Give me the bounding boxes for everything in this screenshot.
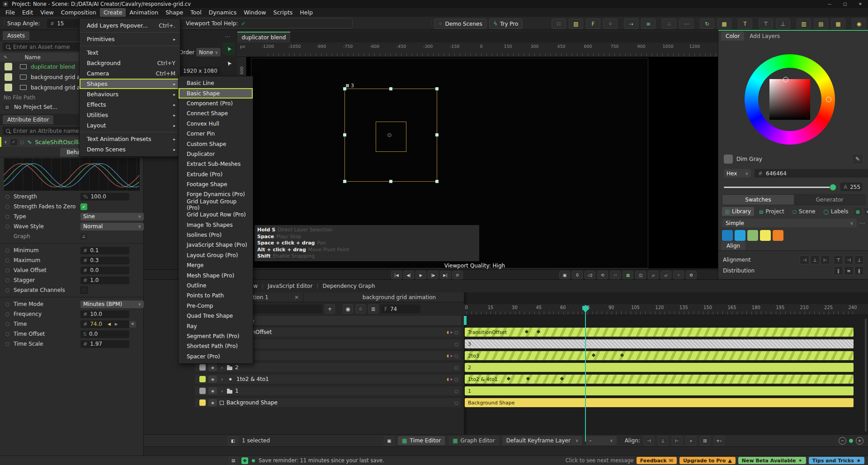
distribute-gap-button[interactable]: ∦ (854, 266, 864, 275)
menu-item[interactable]: Demo Scenes▸ (80, 144, 180, 155)
tab-add-layers[interactable]: Add Layers (745, 32, 784, 41)
isolate-icon[interactable]: ◉ (343, 304, 353, 314)
menu-bar-item[interactable]: View (37, 8, 57, 17)
pivot-icon[interactable]: ⊙ (387, 132, 392, 138)
submenu-item[interactable]: Isolines (Pro) (179, 230, 253, 240)
transport-button[interactable]: ⟳ (452, 271, 463, 279)
transport-button[interactable]: ▶ (415, 271, 426, 279)
grid-view-icon[interactable]: ▦ (853, 207, 862, 216)
type-dropdown[interactable]: Sine∨ (80, 213, 144, 221)
wave-style-dropdown[interactable]: Normal∨ (80, 223, 144, 230)
swatch-source-button[interactable]: ◯ Labels (821, 207, 852, 216)
demo-scenes-button[interactable]: ⁘ Demo Scenes (434, 19, 487, 29)
toolbar-icon-button[interactable]: ⊤ (759, 19, 773, 29)
submenu-item[interactable]: Quad Tree Shape (179, 311, 253, 321)
connect-dot[interactable] (5, 322, 9, 326)
viewport-tab[interactable]: duplicator blend (237, 32, 290, 42)
connect-dot[interactable] (5, 312, 9, 316)
viewport-option-button[interactable]: ◫ (635, 271, 646, 279)
toolbar-icon-button[interactable]: ◉ (852, 19, 866, 29)
playhead-marker[interactable] (582, 306, 589, 310)
eye-icon[interactable]: ◉ (208, 399, 217, 406)
fades-checkbox[interactable]: ✓ (80, 203, 87, 210)
new-beta-button[interactable]: New Beta Available✶ (738, 457, 806, 464)
distribute-v-button[interactable]: ≡ (844, 266, 854, 275)
stagger-field[interactable]: #1.0 (80, 277, 129, 284)
connect-dot[interactable] (5, 332, 9, 336)
menu-item[interactable]: Primitives▸ (80, 34, 180, 44)
panel-mode-icon[interactable]: ▣ (384, 436, 394, 446)
connect-dot[interactable] (5, 268, 9, 272)
menu-bar-item[interactable]: Shape (162, 8, 187, 17)
tab-javascript-editor[interactable]: JavaScript Editor (268, 283, 312, 289)
layout-grid-icon[interactable]: ▤ (229, 457, 238, 465)
toolbar-icon-button[interactable]: F (586, 19, 600, 29)
toolbar-icon-button[interactable]: ∷ (552, 19, 566, 29)
sv-marker[interactable] (783, 77, 788, 82)
menu-item[interactable]: Behaviours▸ (80, 89, 180, 99)
menu-item[interactable]: Shapes▸ (80, 79, 180, 89)
swatch-source-button[interactable]: ||| Library (722, 207, 754, 216)
clip-in-icon[interactable]: ◖ (447, 353, 449, 358)
layer-row[interactable]: ◉ › 2 ○ (195, 363, 461, 372)
submenu-item[interactable]: Shortest Path (Pro) (179, 341, 253, 351)
viewport-option-button[interactable]: ⟲ (597, 271, 608, 279)
submenu-item[interactable]: Mesh Shape (Pro) (179, 270, 253, 280)
menu-item[interactable]: BackgroundCtrl+Y (80, 58, 180, 68)
clip-out-icon[interactable]: ▸ (451, 353, 453, 358)
align-bottom-button[interactable]: ⊥ (854, 255, 864, 264)
alpha-slider-knob[interactable] (830, 184, 836, 191)
graph-editor-button[interactable]: ▦ Graph Editor (448, 436, 499, 445)
align-top-button[interactable]: ⊤ (834, 255, 843, 264)
distribute-h-button[interactable]: ∥ (834, 266, 843, 275)
submenu-item[interactable]: Grid Layout Row (Pro) (179, 210, 253, 220)
submenu-item[interactable]: Ray (179, 321, 253, 331)
submenu-item[interactable]: JavaScript Shape (Pro) (179, 240, 253, 250)
toolbar-icon-button[interactable]: T (738, 19, 752, 29)
toolbar-icon-button[interactable]: ⁘ (603, 19, 618, 29)
connect-dot[interactable] (5, 258, 9, 263)
menu-bar-item[interactable]: Help (296, 8, 316, 17)
time-editor-button[interactable]: ▦ Time Editor (398, 436, 445, 445)
time-mode-dropdown[interactable]: Minutes (BPM)∨ (80, 301, 144, 308)
connect-dot[interactable] (5, 342, 9, 346)
menu-item[interactable]: Text Animation Presets▸ (80, 134, 180, 144)
save-reminder-text[interactable]: Save reminder: 11 minutes since your las… (259, 457, 384, 464)
submenu-item[interactable]: Extrude (Pro) (179, 169, 253, 179)
transport-button[interactable]: |◀ (391, 271, 402, 279)
timeline-scrollbar[interactable] (865, 319, 867, 432)
timeline-bar[interactable]: 2 (465, 363, 854, 372)
viewport-option-button[interactable]: ∷ (610, 271, 621, 279)
layer-row[interactable]: ◉ › 1to2 & 4to1 ◖ ▸ ○ (195, 375, 461, 384)
solo-circle-icon[interactable]: ○ (454, 389, 458, 394)
swatch-chip[interactable] (760, 230, 771, 241)
viewport-option-button[interactable]: ⁘ (673, 271, 684, 279)
menu-item[interactable]: CameraCtrl+M (80, 68, 180, 79)
menu-bar-item[interactable]: Create (100, 8, 126, 17)
alpha-slider-track[interactable] (724, 187, 836, 188)
handle-bottom-center[interactable] (389, 180, 392, 183)
submenu-item[interactable]: Outline (179, 281, 253, 291)
color-mode-dropdown[interactable]: Hex∨ (724, 169, 751, 178)
time-offset-field[interactable]: S0.0 (80, 330, 129, 338)
snap-options-icon[interactable]: ⊞ (700, 436, 710, 446)
clip-in-icon[interactable]: ◖ (447, 377, 449, 381)
upgrade-pro-button[interactable]: Upgrade to Pro▲ (679, 457, 736, 464)
hidden-panel-tab[interactable]: w (253, 283, 258, 289)
align-keys-right-icon[interactable]: ⊢ (672, 436, 682, 446)
tab-generator[interactable]: Generator (794, 195, 865, 205)
align-center-v-button[interactable]: ⊣ (844, 255, 854, 264)
move-playhead-icon[interactable]: ⁘ (355, 304, 366, 314)
tab-swatches[interactable]: Swatches (722, 195, 794, 205)
timeline-bar[interactable]: 2to3 (465, 351, 854, 360)
connect-dot[interactable] (5, 302, 9, 306)
strength-field[interactable]: %100.0 (80, 193, 129, 201)
align-left-button[interactable]: ⊣ (800, 255, 809, 264)
submenu-item[interactable]: Pre-Comp (179, 301, 253, 311)
transport-button[interactable]: ◀| (403, 271, 414, 279)
solo-circle-icon[interactable]: ○ (454, 330, 458, 335)
handle-top-center[interactable] (389, 87, 392, 90)
menu-bar-item[interactable]: Scripts (270, 8, 297, 17)
timeline-bar[interactable]: 1 (465, 386, 854, 395)
order-dropdown[interactable]: None∨ (196, 48, 221, 56)
